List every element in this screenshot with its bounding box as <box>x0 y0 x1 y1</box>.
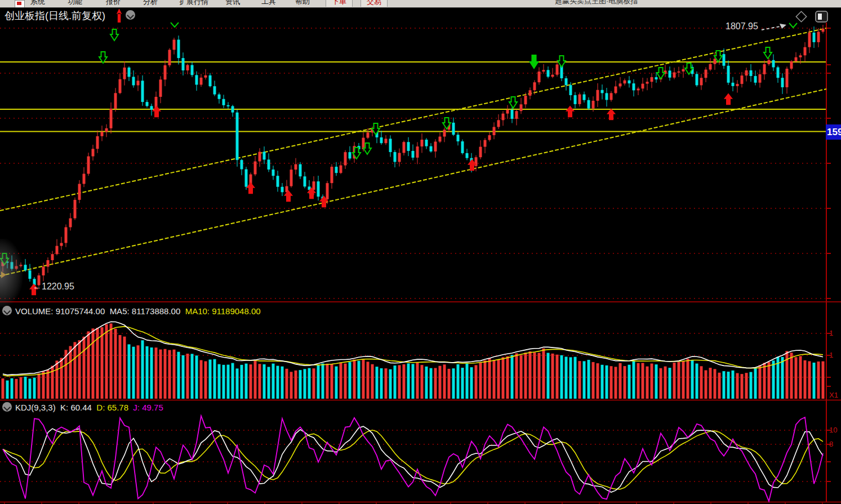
volume-multiplier-label: X1 <box>829 391 838 399</box>
sell-signal-arrow <box>764 47 772 59</box>
k-label: K: <box>60 403 68 412</box>
buy-signal-arrow <box>152 106 161 118</box>
app-icon[interactable] <box>15 0 25 8</box>
buy-signal-arrow <box>284 190 293 202</box>
menu-bar[interactable]: 系统功能报价分析扩展行情资讯工具帮助下单交易 超赢买卖点主图·电脑板指 <box>0 0 841 8</box>
diamond-icon[interactable] <box>796 11 806 21</box>
volume-value: 91075744.00 <box>56 306 105 316</box>
d-value: 65.78 <box>107 403 128 412</box>
buy-signal-arrow <box>607 109 616 121</box>
menu-item-7[interactable]: 帮助 <box>295 0 310 7</box>
collapse-main-chart-button[interactable] <box>126 10 135 20</box>
menu-item-3[interactable]: 分析 <box>143 0 158 7</box>
kdj-axis-label-1: 8 <box>829 440 833 448</box>
chart-title: 创业板指(日线.前复权) <box>5 10 105 21</box>
menu-item-2[interactable]: 报价 <box>106 0 121 7</box>
low-price-label: ←1220.95 <box>33 282 74 292</box>
volume-axis-label-1: 1 <box>829 351 833 359</box>
panel-layout-icon-fill <box>818 14 822 20</box>
menu-item-1[interactable]: 功能 <box>68 0 82 7</box>
collapse-volume-button[interactable] <box>2 306 12 315</box>
j-value: 49.75 <box>142 403 163 412</box>
high-price-label: 1807.95 <box>726 21 758 32</box>
trading-app-window: 系统功能报价分析扩展行情资讯工具帮助下单交易 超赢买卖点主图·电脑板指 创业板指… <box>0 0 841 504</box>
menu-item-6[interactable]: 工具 <box>261 0 276 7</box>
collapse-kdj-button[interactable] <box>2 402 12 412</box>
left-scroll-wedge[interactable] <box>0 239 23 307</box>
top-check-marker <box>171 23 179 27</box>
volume-axis-label-0: 1 <box>829 329 833 337</box>
buy-signal-arrow <box>566 106 575 118</box>
kdj-axis-label-0: 10 <box>829 426 837 434</box>
buy-signal-arrow <box>724 93 733 105</box>
menu-item-4[interactable]: 扩展行情 <box>179 0 208 7</box>
menu-item-5[interactable]: 资讯 <box>225 0 240 7</box>
menu-item-0[interactable]: 系统 <box>30 0 45 7</box>
volume-label: VOLUME: <box>15 306 54 316</box>
sell-signal-arrow <box>657 68 665 79</box>
kdj-name: KDJ(9,3,3) <box>15 403 56 412</box>
axis-price-label: 159 <box>826 124 841 140</box>
menu-item-red-0[interactable]: 下单 <box>326 0 353 7</box>
ma10-label: MA10: <box>185 306 210 316</box>
d-label: D: <box>96 403 105 412</box>
j-label: J: <box>133 403 140 412</box>
sell-signal-arrow <box>509 97 517 108</box>
sell-signal-arrow <box>110 29 118 41</box>
menu-item-red-1[interactable]: 交易 <box>361 0 388 7</box>
menu-right-title: 超赢买卖点主图·电脑板指 <box>555 0 638 6</box>
strong-sell-signal-arrow <box>529 55 539 69</box>
ma10-value: 91189048.00 <box>212 306 260 316</box>
window-icons <box>793 10 833 27</box>
ma5-value: 81173888.00 <box>132 306 180 316</box>
chart-canvas[interactable] <box>0 0 841 504</box>
kdj-header: KDJ(9,3,3) K: 60.44 D: 65.78 J: 49.75 <box>15 403 163 412</box>
sell-signal-arrow <box>372 123 380 135</box>
sell-signal-arrow <box>558 56 566 67</box>
chart-title-row: 创业板指(日线.前复权) <box>5 9 105 23</box>
k-value: 60.44 <box>70 403 92 412</box>
ma5-label: MA5: <box>110 306 130 316</box>
volume-header: VOLUME: 91075744.00 MA5: 81173888.00 MA1… <box>15 306 261 316</box>
